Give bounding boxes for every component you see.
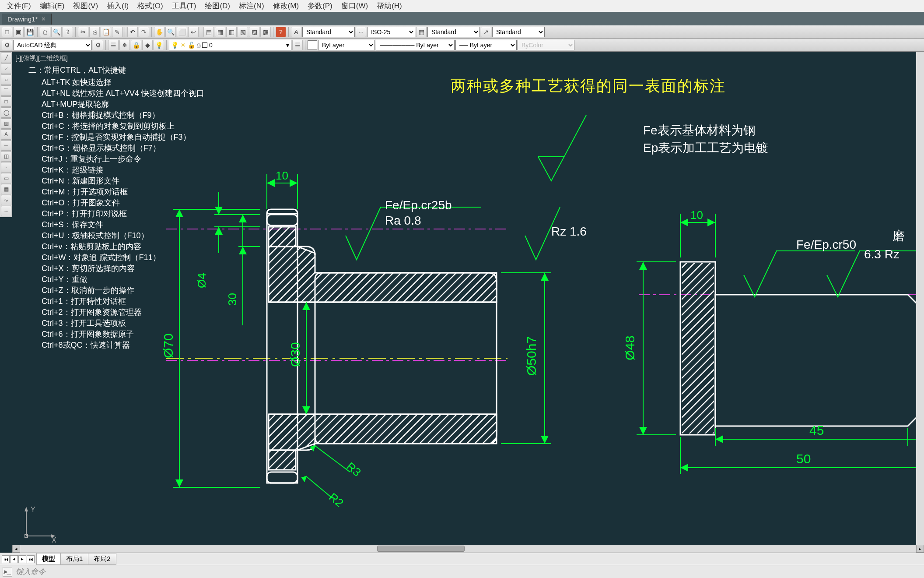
props-icon[interactable]: ▤ bbox=[203, 27, 214, 37]
mleader-style-select[interactable]: Standard bbox=[492, 27, 545, 37]
scroll-left-icon[interactable]: ◂ bbox=[12, 545, 20, 553]
surface-fe-ep50: Fe/Ep.cr50 bbox=[796, 238, 856, 251]
menu-tools[interactable]: 工具(T) bbox=[168, 1, 201, 11]
circle-tool-icon[interactable]: ○ bbox=[1, 74, 11, 85]
publish-icon[interactable]: ⇪ bbox=[63, 27, 73, 37]
layout-last-icon[interactable]: ⏭ bbox=[27, 555, 35, 563]
drawing-area[interactable]: ╱ ⟋ ○ ⌒ □ ◯ ▨ A ↔ ◫ · ▭ ▦ ∿ → [-][俯视][二维… bbox=[0, 52, 924, 553]
pline-tool-icon[interactable]: ⟋ bbox=[1, 63, 11, 74]
workspace-select[interactable]: AutoCAD 经典 bbox=[13, 40, 92, 50]
layout-tab-1[interactable]: 布局1 bbox=[60, 553, 88, 565]
dim-style-icon[interactable]: ↔ bbox=[356, 27, 366, 37]
layout-first-icon[interactable]: ⏮ bbox=[2, 555, 10, 563]
layout-next-icon[interactable]: ▸ bbox=[18, 555, 26, 563]
layer-color-icon[interactable]: ◆ bbox=[142, 40, 153, 50]
menu-window[interactable]: 窗口(W) bbox=[337, 1, 372, 11]
menu-params[interactable]: 参数(P) bbox=[303, 1, 337, 11]
color-select[interactable]: ByLayer bbox=[318, 40, 375, 50]
cmd-chevron-icon[interactable]: ▸_ bbox=[3, 567, 12, 577]
layer-freeze-icon[interactable]: ❄ bbox=[119, 40, 130, 50]
new-icon[interactable]: □ bbox=[2, 27, 12, 37]
color-swatch[interactable] bbox=[308, 40, 317, 50]
pan-icon[interactable]: ✋ bbox=[154, 27, 164, 37]
layer-off-icon[interactable]: 💡 bbox=[154, 40, 164, 50]
layout-tab-model[interactable]: 模型 bbox=[36, 553, 61, 565]
close-tab-icon[interactable]: ✕ bbox=[41, 16, 46, 22]
hatch-tool-icon[interactable]: ▨ bbox=[1, 118, 11, 129]
scrollbar-vertical[interactable] bbox=[916, 52, 924, 545]
undo-icon[interactable]: ↶ bbox=[127, 27, 138, 37]
print-icon[interactable]: ⎙ bbox=[40, 27, 50, 37]
layer-name-0[interactable]: 0 bbox=[209, 42, 213, 49]
layout-tab-2[interactable]: 布局2 bbox=[88, 553, 116, 565]
document-tab-bar: Drawing1* ✕ bbox=[0, 12, 924, 25]
menu-format[interactable]: 格式(O) bbox=[133, 1, 168, 11]
block-tool-icon[interactable]: ◫ bbox=[1, 151, 11, 162]
menu-draw[interactable]: 绘图(D) bbox=[200, 1, 234, 11]
ws-icon[interactable]: ⚙ bbox=[2, 40, 12, 50]
mleader-style-icon[interactable]: ↗ bbox=[481, 27, 491, 37]
plotstyle-select[interactable]: ByColor bbox=[518, 40, 574, 50]
svg-line-26 bbox=[306, 476, 332, 498]
redo-icon[interactable]: ↷ bbox=[139, 27, 149, 37]
region-tool-icon[interactable]: ▭ bbox=[1, 173, 11, 183]
save-icon[interactable]: 💾 bbox=[24, 27, 35, 37]
text-tool-icon[interactable]: A bbox=[1, 129, 11, 140]
menu-file[interactable]: 文件(F) bbox=[2, 1, 35, 11]
text-style-icon[interactable]: A bbox=[291, 27, 301, 37]
menu-help[interactable]: 帮助(H) bbox=[372, 1, 406, 11]
layout-nav: ⏮ ◂ ▸ ⏭ bbox=[0, 555, 36, 563]
markup-icon[interactable]: ▨ bbox=[249, 27, 259, 37]
point-tool-icon[interactable]: · bbox=[1, 162, 11, 173]
scrollbar-horizontal[interactable]: ◂ ▸ bbox=[12, 545, 924, 553]
command-line[interactable]: ▸_ 键入命令 bbox=[0, 565, 924, 578]
scrollbar-thumb[interactable] bbox=[377, 546, 465, 552]
menu-edit[interactable]: 编辑(E) bbox=[35, 1, 69, 11]
dcenter-icon[interactable]: ▦ bbox=[215, 27, 225, 37]
layer-dropdown-icon[interactable]: ▾ bbox=[286, 42, 289, 49]
document-tab[interactable]: Drawing1* ✕ bbox=[2, 14, 52, 25]
surface-rz16: Rz 1.6 bbox=[551, 225, 587, 238]
dim-tool-icon[interactable]: ↔ bbox=[1, 140, 11, 151]
menu-modify[interactable]: 修改(M) bbox=[269, 1, 303, 11]
paste-icon[interactable]: 📋 bbox=[101, 27, 111, 37]
match-icon[interactable]: ✎ bbox=[112, 27, 122, 37]
layer-lock-icon[interactable]: 🔒 bbox=[131, 40, 141, 50]
text-style-select[interactable]: Standard bbox=[302, 27, 355, 37]
sheet-icon[interactable]: ▧ bbox=[238, 27, 248, 37]
zoom-window-icon[interactable]: ⬜ bbox=[177, 27, 187, 37]
calc-icon[interactable]: ▩ bbox=[260, 27, 271, 37]
menu-view[interactable]: 视图(V) bbox=[69, 1, 102, 11]
table-style-icon[interactable]: ▦ bbox=[416, 27, 427, 37]
table-style-select[interactable]: Standard bbox=[427, 27, 480, 37]
copy-icon[interactable]: ⎘ bbox=[89, 27, 100, 37]
menu-insert[interactable]: 插入(I) bbox=[102, 1, 133, 11]
scroll-right-icon[interactable]: ▸ bbox=[916, 545, 924, 553]
cut-icon[interactable]: ✂ bbox=[78, 27, 88, 37]
arc-tool-icon[interactable]: ⌒ bbox=[1, 85, 11, 96]
ray-tool-icon[interactable]: → bbox=[1, 206, 11, 216]
ws-gear-icon[interactable]: ⚙ bbox=[93, 40, 103, 50]
layer-bulb-icon: 💡 bbox=[171, 42, 178, 49]
dim-30: 30 bbox=[226, 293, 239, 306]
palette-icon[interactable]: ▥ bbox=[226, 27, 237, 37]
zoom-prev-icon[interactable]: ↩ bbox=[188, 27, 199, 37]
help-icon[interactable]: ? bbox=[276, 27, 286, 37]
open-icon[interactable]: ▣ bbox=[13, 27, 24, 37]
zoom-icon[interactable]: 🔍 bbox=[165, 27, 176, 37]
menu-dimension[interactable]: 标注(N) bbox=[234, 1, 269, 11]
linetype-select[interactable]: ──────── ByLayer bbox=[376, 40, 455, 50]
layer-state-icon[interactable]: ☰ bbox=[108, 40, 119, 50]
spline-tool-icon[interactable]: ∿ bbox=[1, 195, 11, 205]
dim-style-select[interactable]: ISO-25 bbox=[367, 27, 415, 37]
layer-mgr-icon[interactable]: ☰ bbox=[292, 40, 303, 50]
layout-prev-icon[interactable]: ◂ bbox=[10, 555, 18, 563]
lineweight-select[interactable]: ── ByLayer bbox=[455, 40, 517, 50]
ellipse-tool-icon[interactable]: ◯ bbox=[1, 107, 11, 118]
rect-tool-icon[interactable]: □ bbox=[1, 96, 11, 107]
table-tool-icon[interactable]: ▦ bbox=[1, 184, 11, 194]
toolbar-row-2: ⚙ AutoCAD 经典 ⚙ ☰ ❄ 🔒 ◆ 💡 💡 ☀ 🔓 ⎙ 0 ▾ ☰ B… bbox=[0, 39, 924, 52]
preview-icon[interactable]: 🔍 bbox=[51, 27, 62, 37]
line-tool-icon[interactable]: ╱ bbox=[1, 53, 11, 63]
cad-drawing: 10 Ø4 30 Ø70 Ø30 Ø50h7 R3 R2 Fe/Ep.cr25b… bbox=[0, 52, 924, 553]
